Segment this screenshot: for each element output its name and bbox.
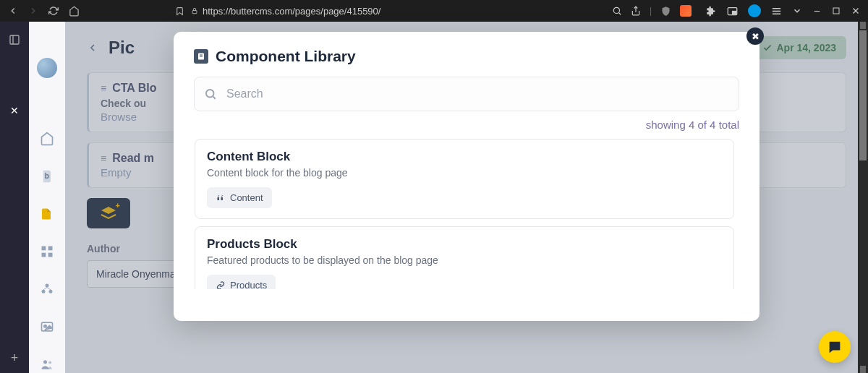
lock-icon [191, 7, 198, 14]
side-nav: b [29, 22, 65, 373]
svg-point-21 [42, 290, 46, 293]
component-list[interactable]: Content Block Content block for the blog… [194, 138, 739, 290]
home-icon[interactable] [68, 5, 80, 17]
pip-icon[interactable] [727, 6, 738, 17]
modal-title: Component Library [216, 48, 356, 65]
svg-point-1 [613, 7, 619, 13]
minimize-icon[interactable] [812, 7, 822, 16]
modal-overlay: ✖ Component Library showing 4 of 4 total… [65, 22, 868, 373]
svg-point-27 [43, 360, 47, 364]
search-input[interactable] [194, 77, 739, 111]
nav-back-icon[interactable] [7, 5, 19, 17]
page-content: Pic Apr 14, 2023 ≡CTA Blo Check ou Brows… [65, 22, 868, 373]
field-chip: Content [207, 187, 272, 208]
nav-media-icon[interactable] [40, 320, 54, 334]
svg-point-33 [206, 90, 214, 98]
close-window-icon[interactable] [851, 6, 861, 16]
devtools-rail: ✕ + [0, 22, 29, 373]
svg-rect-18 [42, 253, 46, 257]
svg-line-34 [213, 97, 216, 99]
add-icon[interactable]: + [11, 351, 19, 366]
svg-rect-19 [48, 253, 53, 257]
nav-types-icon[interactable] [40, 282, 54, 296]
svg-rect-5 [733, 11, 736, 14]
quote-icon [216, 194, 226, 202]
component-item-products[interactable]: Products Block Featured products to be d… [195, 226, 734, 290]
brave-icon[interactable] [680, 5, 692, 17]
search-icon [204, 87, 217, 100]
svg-line-24 [47, 288, 51, 290]
extension-badge-icon[interactable] [748, 4, 761, 17]
component-library-modal: ✖ Component Library showing 4 of 4 total… [174, 32, 760, 321]
svg-text:b: b [45, 172, 49, 180]
svg-line-23 [43, 288, 47, 290]
browser-chrome: https://buttercms.com/pages/page/415590/… [0, 0, 868, 22]
maximize-icon[interactable] [832, 7, 841, 15]
close-icon[interactable]: ✕ [8, 104, 21, 117]
chevron-down-icon[interactable] [792, 6, 802, 16]
url-text[interactable]: https://buttercms.com/pages/page/415590/ [203, 6, 380, 17]
nav-collections-icon[interactable] [40, 244, 54, 259]
nav-forward-icon [27, 5, 39, 17]
svg-rect-17 [48, 246, 53, 251]
zoom-icon[interactable] [612, 6, 622, 16]
library-icon [194, 49, 208, 64]
extensions-icon[interactable] [706, 6, 717, 17]
window-scrollbar[interactable] [858, 22, 868, 373]
modal-close-button[interactable]: ✖ [746, 27, 764, 45]
svg-rect-10 [833, 8, 839, 14]
menu-icon[interactable] [771, 6, 782, 17]
svg-rect-16 [42, 246, 46, 251]
svg-line-2 [618, 12, 621, 14]
intercom-button[interactable] [819, 331, 851, 363]
chat-icon [827, 339, 843, 355]
component-item-content[interactable]: Content Block Content block for the blog… [195, 139, 734, 219]
nav-home-icon[interactable] [40, 132, 54, 146]
svg-point-22 [49, 290, 53, 293]
results-count: showing 4 of 4 total [194, 119, 739, 131]
field-chip: Products [207, 275, 276, 290]
panel-icon[interactable] [8, 33, 21, 46]
bookmark-icon[interactable] [174, 5, 185, 17]
svg-rect-0 [192, 11, 197, 14]
link-icon [216, 281, 226, 290]
reload-icon[interactable] [48, 5, 59, 17]
shield-icon[interactable] [660, 6, 671, 17]
nav-users-icon[interactable] [40, 357, 54, 372]
svg-point-26 [44, 325, 46, 327]
avatar[interactable] [37, 58, 57, 78]
share-icon[interactable] [631, 6, 641, 16]
svg-point-28 [48, 361, 51, 364]
nav-blog-icon[interactable]: b [40, 169, 54, 184]
svg-point-20 [46, 284, 49, 288]
svg-rect-13 [10, 35, 19, 44]
nav-pages-icon[interactable] [40, 207, 54, 221]
